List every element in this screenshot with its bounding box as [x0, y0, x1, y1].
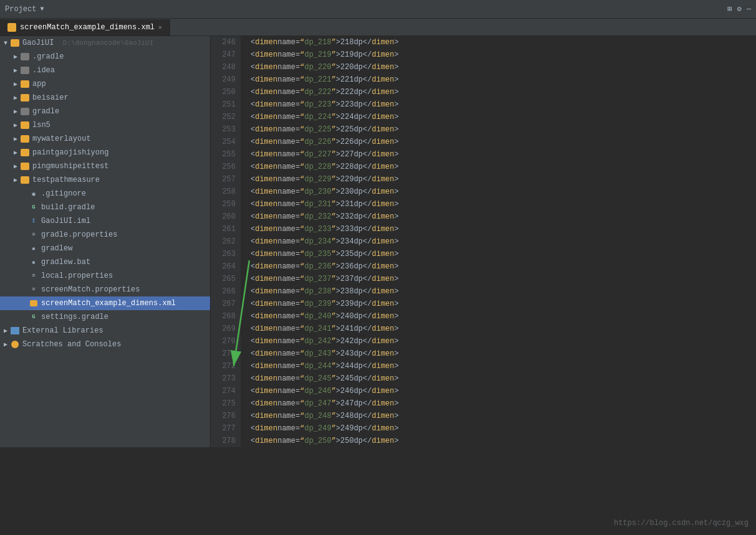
code-line: <dimen name=“dp_235”>235dp</dimen> [251, 248, 746, 260]
sidebar-item-lsn5[interactable]: ▶ lsn5 [0, 118, 210, 132]
sidebar-item-build-gradle[interactable]: ▶ G build.gradle [0, 201, 210, 214]
sidebar-item-gradlew-bat[interactable]: ▶ ✱ gradlew.bat [0, 255, 210, 269]
gitignore-label: .gitignore [41, 189, 210, 198]
sidebar-item-beisaier[interactable]: ▶ beisaier [0, 91, 210, 105]
sidebar-item-gradle[interactable]: ▶ .gradle [0, 50, 210, 64]
gear-icon[interactable]: ⚙ [737, 4, 742, 14]
sidebar: ▼ GaoJiUI D:\dongnaocode\GaoJiUI ▶ .grad… [0, 36, 211, 447]
sidebar-item-scratches[interactable]: ▶ Scratches and Consoles [0, 338, 210, 351]
code-line: <dimen name=“dp_218”>218dp</dimen> [251, 36, 746, 49]
tab-file-icon [7, 23, 16, 32]
beisaier-expand-icon: ▶ [11, 94, 20, 102]
sidebar-item-gradle2[interactable]: ▶ gradle [0, 105, 210, 118]
code-line: <dimen name=“dp_242”>242dp</dimen> [251, 335, 746, 348]
code-line: <dimen name=“dp_250”>250dp</dimen> [251, 435, 746, 447]
line-number: 278 [216, 435, 236, 447]
gitignore-file-icon: ✱ [29, 189, 39, 198]
external-label: External Libraries [22, 326, 210, 335]
sidebar-item-screenmatch-dimens[interactable]: ▶ screenMatch_example_dimens.xml [0, 296, 210, 310]
line-number: 249 [216, 73, 236, 86]
sidebar-item-app[interactable]: ▶ app [0, 77, 210, 91]
title-bar-left: Project ▼ [5, 5, 44, 14]
sidebar-item-paintgaoji[interactable]: ▶ paintgaojishiyong [0, 146, 210, 159]
line-number: 268 [216, 310, 236, 323]
sidebar-item-gradle-props[interactable]: ▶ ≡ gradle.properties [0, 228, 210, 242]
sidebar-item-gitignore[interactable]: ▶ ✱ .gitignore [0, 187, 210, 201]
active-tab[interactable]: screenMatch_example_dimens.xml ✕ [0, 19, 170, 36]
sidebar-item-iml[interactable]: ▶ I GaoJiUI.iml [0, 214, 210, 228]
idea-folder-icon [20, 66, 30, 75]
line-number: 254 [216, 136, 236, 148]
code-line: <dimen name=“dp_236”>236dp</dimen> [251, 260, 746, 273]
mywaterlayout-expand-icon: ▶ [11, 135, 20, 143]
line-number: 257 [216, 173, 236, 186]
gradle2-expand-icon: ▶ [11, 108, 20, 115]
sidebar-item-testpath[interactable]: ▶ testpathmeasure [0, 173, 210, 187]
minimize-icon[interactable]: — [747, 5, 751, 14]
sidebar-item-local-props[interactable]: ▶ ≡ local.properties [0, 269, 210, 283]
build-gradle-label: build.gradle [41, 203, 210, 212]
pingmu-folder-icon [20, 162, 30, 171]
tab-bar: screenMatch_example_dimens.xml ✕ [0, 19, 756, 36]
code-line: <dimen name=“dp_243”>243dp</dimen> [251, 348, 746, 360]
sidebar-item-pingmu[interactable]: ▶ pingmushipeittest [0, 159, 210, 173]
code-line: <dimen name=“dp_223”>223dp</dimen> [251, 98, 746, 111]
root-folder-icon [10, 39, 20, 47]
sidebar-item-external-libraries[interactable]: ▶ External Libraries [0, 324, 210, 338]
mywaterlayout-folder-icon [20, 135, 30, 143]
idea-label: .idea [32, 66, 210, 75]
layout-icon[interactable]: ⊞ [727, 4, 732, 14]
line-number: 247 [216, 49, 236, 61]
app-label: app [32, 80, 210, 88]
gradlew-icon: ✱ [29, 244, 39, 253]
lsn5-label: lsn5 [32, 121, 210, 130]
external-expand-icon: ▶ [1, 327, 10, 334]
line-number: 262 [216, 235, 236, 248]
code-line: <dimen name=“dp_248”>248dp</dimen> [251, 410, 746, 422]
sidebar-item-gradlew[interactable]: ▶ ✱ gradlew [0, 242, 210, 255]
paintgaoji-folder-icon [20, 148, 30, 157]
screenmatch-props-icon: ≡ [29, 285, 39, 294]
tree-root-item[interactable]: ▼ GaoJiUI D:\dongnaocode\GaoJiUI [0, 36, 210, 50]
sidebar-item-screenmatch-props[interactable]: ▶ ≡ screenMatch.properties [0, 283, 210, 296]
screenmatch-dimens-label: screenMatch_example_dimens.xml [41, 299, 210, 308]
external-folder-icon [10, 326, 20, 335]
sidebar-item-settings-gradle[interactable]: ▶ G settings.gradle [0, 310, 210, 324]
testpath-label: testpathmeasure [32, 176, 210, 184]
gradle-props-label: gradle.properties [41, 230, 210, 239]
code-line: <dimen name=“dp_232”>232dp</dimen> [251, 211, 746, 223]
paintgaoji-label: paintgaojishiyong [32, 148, 210, 157]
editor-content[interactable]: 2462472482492502512522532542552562572582… [211, 36, 756, 447]
lsn5-expand-icon: ▶ [11, 121, 20, 129]
gradle-props-icon: ≡ [29, 230, 39, 239]
line-number: 264 [216, 260, 236, 273]
line-number: 266 [216, 285, 236, 298]
code-line: <dimen name=“dp_245”>245dp</dimen> [251, 372, 746, 385]
tab-label: screenMatch_example_dimens.xml [20, 23, 155, 32]
line-number: 252 [216, 111, 236, 123]
code-line: <dimen name=“dp_244”>244dp</dimen> [251, 360, 746, 372]
code-line: <dimen name=“dp_224”>224dp</dimen> [251, 111, 746, 123]
tab-close-icon[interactable]: ✕ [158, 24, 162, 31]
pingmu-expand-icon: ▶ [11, 163, 20, 170]
line-number: 267 [216, 298, 236, 310]
root-expand-icon: ▼ [1, 40, 10, 47]
code-line: <dimen name=“dp_220”>220dp</dimen> [251, 61, 746, 73]
line-number: 270 [216, 335, 236, 348]
line-number: 276 [216, 410, 236, 422]
local-props-label: local.properties [41, 272, 210, 280]
code-line: <dimen name=“dp_246”>246dp</dimen> [251, 385, 746, 397]
build-gradle-icon: G [29, 203, 39, 212]
code-line: <dimen name=“dp_221”>221dp</dimen> [251, 73, 746, 86]
code-line: <dimen name=“dp_234”>234dp</dimen> [251, 235, 746, 248]
dropdown-arrow-icon[interactable]: ▼ [40, 6, 44, 12]
screenmatch-dimens-icon [29, 299, 39, 308]
line-number: 258 [216, 186, 236, 198]
line-number: 248 [216, 61, 236, 73]
code-line: <dimen name=“dp_219”>219dp</dimen> [251, 49, 746, 61]
sidebar-item-mywaterlayout[interactable]: ▶ mywaterlayout [0, 132, 210, 146]
sidebar-item-idea[interactable]: ▶ .idea [0, 64, 210, 77]
gradlew-label: gradlew [41, 244, 210, 253]
line-number: 255 [216, 148, 236, 161]
beisaier-folder-icon [20, 93, 30, 102]
